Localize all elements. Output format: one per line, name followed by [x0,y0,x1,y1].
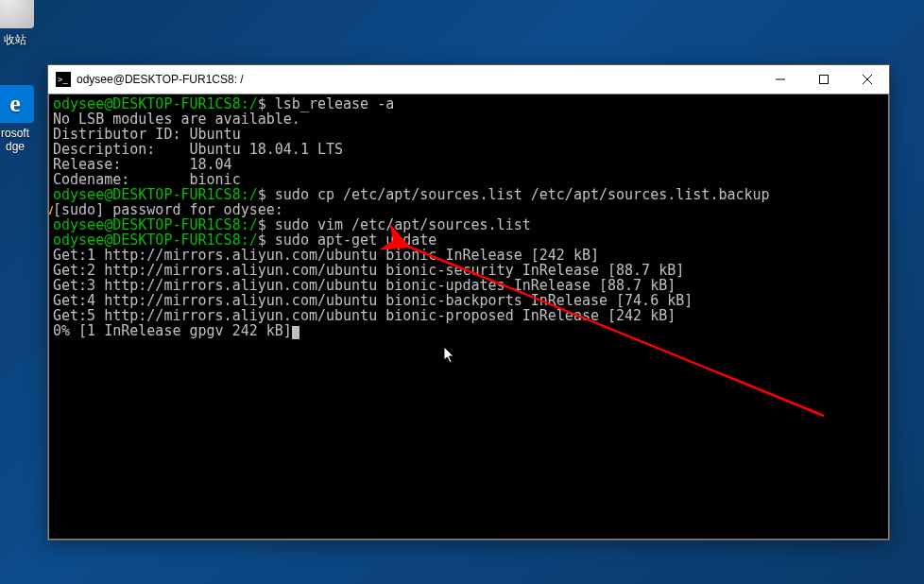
maximize-icon [819,75,829,84]
close-icon [863,75,872,84]
recycle-bin-label: 收站 [0,32,49,48]
edge-glyph: e [0,85,34,123]
terminal-window: odysee@DESKTOP-FUR1CS8: / odysee@DESKTOP… [47,64,890,541]
recycle-bin-glyph [0,0,34,28]
titlebar[interactable]: odysee@DESKTOP-FUR1CS8: / [48,65,889,94]
edge-label: rosoft dge [0,127,49,153]
svg-rect-1 [820,76,829,84]
minimize-button[interactable] [759,65,802,94]
mouse-cursor-icon [444,347,455,364]
terminal-area[interactable]: odysee@DESKTOP-FUR1CS8:/$ lsb_release -a… [48,94,889,540]
cmd-2: sudo cp /etc/apt/sources.list /etc/apt/s… [275,186,770,203]
edge-icon[interactable]: e rosoft dge [0,85,49,153]
minimize-icon [776,75,785,84]
maximize-button[interactable] [802,65,846,94]
terminal-output: odysee@DESKTOP-FUR1CS8:/$ lsb_release -a… [49,94,888,341]
window-title: odysee@DESKTOP-FUR1CS8: / [77,73,244,86]
margin-v-indicator: v [48,202,54,217]
terminal-cursor [292,326,299,339]
out-last: 0% [1 InRelease gpgv 242 kB] [53,322,292,339]
close-button[interactable] [846,65,889,94]
recycle-bin-icon[interactable]: 收站 [0,0,49,48]
terminal-app-icon [56,72,71,87]
